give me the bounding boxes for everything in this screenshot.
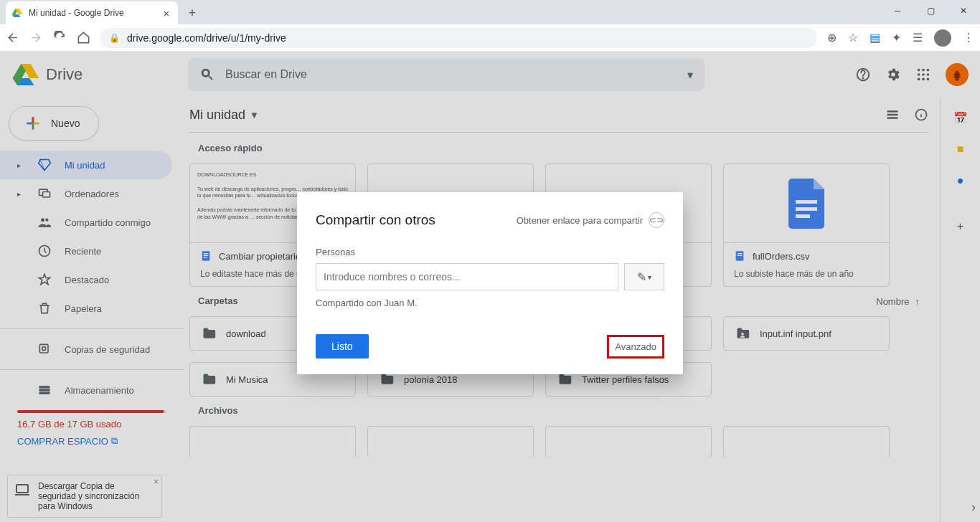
share-dialog: Compartir con otros Obtener enlace para …	[297, 192, 683, 374]
window-controls: ─ ▢ ✕	[881, 0, 980, 22]
window-minimize-icon[interactable]: ─	[881, 0, 914, 22]
star-icon[interactable]: ☆	[848, 31, 858, 44]
get-shareable-link[interactable]: Obtener enlace para compartir ⊂⊃	[517, 212, 664, 228]
tab-close-icon[interactable]: ×	[161, 7, 172, 19]
shared-with-text: Compartido con Juan M.	[316, 298, 664, 308]
new-tab-button[interactable]: +	[182, 3, 202, 23]
link-icon: ⊂⊃	[649, 212, 664, 228]
drive-favicon	[11, 7, 23, 19]
add-page-icon[interactable]: ⊕	[827, 31, 837, 44]
url-text: drive.google.com/drive/u/1/my-drive	[127, 32, 286, 44]
chevron-down-icon: ▾	[648, 273, 651, 281]
reading-list-icon[interactable]: ☰	[913, 31, 923, 44]
browser-toolbar: 🔒 drive.google.com/drive/u/1/my-drive ⊕ …	[0, 24, 980, 52]
window-maximize-icon[interactable]: ▢	[914, 0, 947, 22]
browser-titlebar: Mi unidad - Google Drive × + ─ ▢ ✕	[0, 0, 980, 24]
menu-icon[interactable]: ⋮	[963, 31, 974, 44]
back-icon[interactable]	[6, 31, 19, 44]
extensions-icon[interactable]: ✦	[892, 31, 901, 44]
dialog-title: Compartir con otros	[316, 212, 435, 228]
address-bar[interactable]: 🔒 drive.google.com/drive/u/1/my-drive	[100, 28, 817, 48]
translate-icon[interactable]: ▤	[870, 31, 880, 44]
reload-icon[interactable]	[53, 31, 67, 44]
permission-selector[interactable]: ✎ ▾	[624, 263, 664, 290]
tab-title: Mi unidad - Google Drive	[29, 8, 155, 18]
forward-icon[interactable]	[29, 31, 43, 44]
collapse-panel-icon[interactable]: ›	[971, 500, 976, 515]
lock-icon: 🔒	[109, 33, 120, 43]
people-label: Personas	[316, 247, 664, 257]
people-input[interactable]	[316, 263, 618, 290]
window-close-icon[interactable]: ✕	[947, 0, 980, 22]
home-icon[interactable]	[77, 31, 90, 44]
advanced-button[interactable]: Avanzado	[607, 335, 664, 359]
profile-avatar[interactable]	[934, 29, 951, 47]
done-button[interactable]: Listo	[316, 334, 369, 359]
browser-tab[interactable]: Mi unidad - Google Drive ×	[6, 1, 178, 24]
pencil-icon: ✎	[637, 270, 646, 284]
